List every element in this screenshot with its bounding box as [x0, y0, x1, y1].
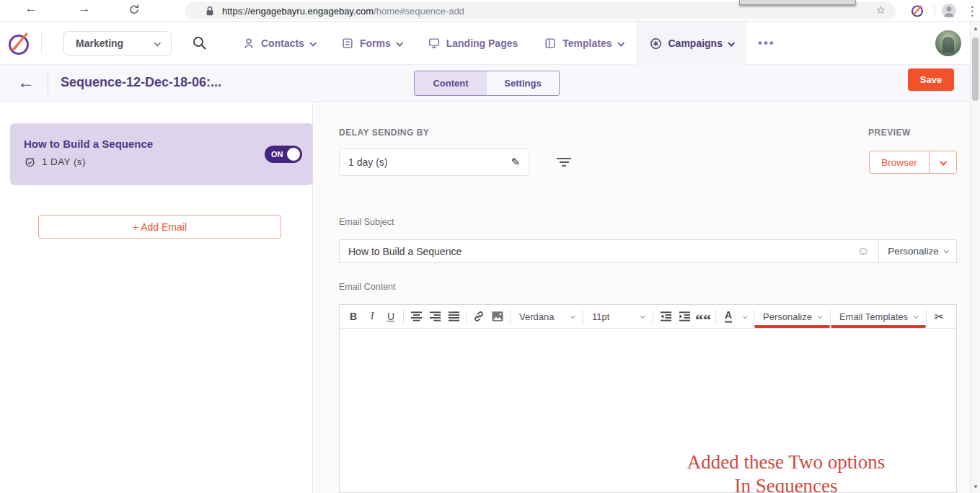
nav-item-forms[interactable]: Forms: [328, 22, 415, 65]
page-scrollbar[interactable]: ▲ ▼: [970, 22, 980, 493]
search-icon[interactable]: [192, 35, 207, 50]
toolbar-personalize-label: Personalize: [763, 311, 812, 322]
nav-more-icon[interactable]: •••: [746, 22, 787, 65]
browser-reload-icon[interactable]: [128, 4, 147, 15]
blockquote-icon[interactable]: ““: [694, 307, 712, 326]
email-subject-row: How to Build a Sequence ☺ Personalize: [339, 239, 957, 263]
text-color-letter: A: [725, 310, 732, 323]
preview-label: PREVIEW: [868, 128, 911, 138]
edit-pencil-icon[interactable]: ✎: [511, 156, 520, 169]
form-icon: [341, 37, 354, 50]
chevron-down-icon: [943, 248, 948, 253]
monitor-icon: [428, 37, 441, 50]
subject-personalize-button[interactable]: Personalize: [879, 239, 957, 263]
nav-item-label: Templates: [562, 37, 612, 49]
chevron-down-icon: [818, 314, 823, 319]
sequence-title: Sequence-12-Dec-18-06:...: [61, 75, 221, 90]
align-center-icon[interactable]: [407, 307, 425, 326]
indent-icon[interactable]: [675, 307, 694, 326]
align-right-icon[interactable]: [425, 307, 444, 326]
nav-item-label: Campaigns: [668, 37, 723, 49]
alarm-clock-icon: [24, 156, 36, 168]
template-columns-icon: [544, 37, 557, 50]
preview-browser-button[interactable]: Browser: [870, 151, 929, 173]
preview-split-button: Browser: [869, 151, 957, 174]
browser-profile-icon[interactable]: [941, 3, 957, 19]
email-subject-value: How to Build a Sequence: [348, 246, 462, 257]
personalize-label: Personalize: [888, 246, 939, 257]
chevron-down-icon: [640, 314, 645, 319]
text-color-dropdown[interactable]: [738, 307, 751, 326]
editor-toolbar: B I U Verdana 11pt: [340, 305, 956, 329]
nav-item-label: Forms: [360, 37, 391, 49]
engagebay-logo-icon[interactable]: [6, 30, 33, 58]
delay-value: 1 day (s): [348, 156, 387, 168]
annotation-underline-personalize: [754, 325, 830, 328]
bold-icon[interactable]: B: [344, 307, 363, 326]
scrollbar-thumb[interactable]: [972, 37, 979, 101]
font-family-value: Verdana: [519, 311, 554, 322]
chevron-down-icon: [728, 39, 735, 46]
toolbar-email-templates-dropdown[interactable]: Email Templates: [834, 307, 923, 326]
annotation-text: Added these Two options In Sequences: [613, 450, 959, 493]
email-step-card[interactable]: How to Build a Sequence 1 DAY (s) ON: [10, 123, 313, 185]
nav-item-campaigns[interactable]: Campaigns: [636, 22, 746, 65]
email-step-toggle[interactable]: ON: [265, 146, 302, 163]
extension-engagebay-icon[interactable]: [910, 4, 924, 18]
email-subject-label: Email Subject: [339, 217, 394, 227]
app-switcher-label: Marketing: [76, 37, 123, 49]
emoji-picker-icon[interactable]: ☺: [857, 244, 870, 259]
tab-content[interactable]: Content: [415, 71, 487, 95]
scrollbar-down-icon[interactable]: ▼: [971, 481, 980, 492]
nav-divider: [41, 32, 42, 54]
app-switcher-marketing[interactable]: Marketing: [63, 31, 172, 55]
sequence-header: ← Sequence-12-Dec-18-06:... Content Sett…: [0, 65, 980, 102]
nav-item-contacts[interactable]: Contacts: [229, 22, 328, 65]
email-step-delay: 1 DAY (s): [42, 156, 86, 167]
preview-dropdown-toggle[interactable]: [929, 151, 956, 173]
annotation-underline-templates: [831, 325, 926, 328]
underline-icon[interactable]: U: [381, 307, 400, 326]
email-step-title: How to Build a Sequence: [24, 138, 153, 150]
bookmark-star-icon[interactable]: ☆: [876, 4, 886, 17]
sequence-steps-panel: How to Build a Sequence 1 DAY (s) ON + A…: [0, 102, 313, 493]
url-host: https://engagebayru.engagebay.com: [222, 6, 374, 17]
email-content-label: Email Content: [339, 282, 396, 292]
clipped-tooltip-fragment: [739, 0, 856, 5]
toolbar-personalize-dropdown[interactable]: Personalize: [757, 307, 827, 326]
nav-item-landing-pages[interactable]: Landing Pages: [415, 22, 531, 65]
add-email-button[interactable]: + Add Email: [38, 215, 281, 239]
delay-input[interactable]: 1 day (s) ✎: [339, 148, 529, 176]
insert-image-icon[interactable]: [488, 307, 507, 326]
https-lock-icon: [205, 5, 215, 17]
nav-item-templates[interactable]: Templates: [531, 22, 635, 65]
chevron-down-icon: [914, 314, 919, 319]
chevron-down-icon: [154, 39, 161, 46]
email-subject-input[interactable]: How to Build a Sequence ☺: [339, 239, 879, 263]
browser-chrome: ← → https://engagebayru.engagebay.com/ho…: [0, 0, 980, 22]
chrome-divider: [935, 5, 935, 17]
chrome-menu-icon[interactable]: ⋮: [964, 4, 980, 19]
tab-group: Content Settings: [414, 71, 560, 96]
cut-scissors-icon[interactable]: ✂: [930, 307, 948, 326]
toolbar-email-templates-label: Email Templates: [839, 311, 908, 322]
save-button[interactable]: Save: [908, 68, 954, 91]
font-size-dropdown[interactable]: 11pt: [586, 307, 650, 326]
insert-link-icon[interactable]: [469, 307, 488, 326]
text-color-button[interactable]: A: [719, 307, 738, 326]
font-family-dropdown[interactable]: Verdana: [513, 307, 580, 326]
scrollbar-up-icon[interactable]: ▲: [971, 23, 980, 33]
campaign-icon: [649, 37, 663, 50]
browser-back-icon[interactable]: ←: [22, 1, 40, 16]
tab-settings[interactable]: Settings: [487, 71, 559, 95]
url-text[interactable]: https://engagebayru.engagebay.com/home#s…: [222, 6, 464, 17]
italic-icon[interactable]: I: [363, 307, 381, 326]
align-justify-icon[interactable]: [444, 307, 463, 326]
browser-forward-icon[interactable]: →: [75, 1, 94, 16]
outdent-icon[interactable]: [656, 307, 675, 326]
filter-icon[interactable]: [556, 158, 572, 168]
user-avatar[interactable]: [935, 30, 961, 56]
toggle-on-label: ON: [271, 150, 283, 159]
chevron-down-icon: [940, 158, 947, 165]
back-arrow-icon[interactable]: ←: [17, 72, 35, 92]
